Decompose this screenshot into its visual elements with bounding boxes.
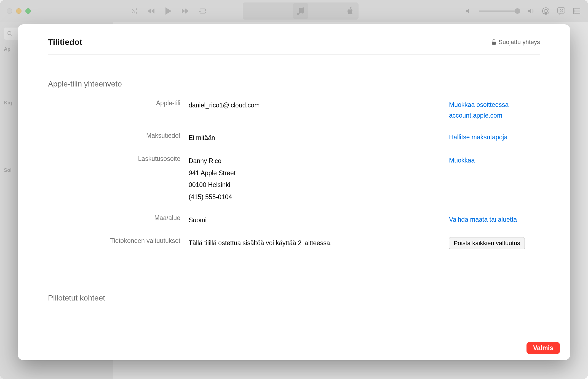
dialog-header: Tilitiedot Suojattu yhteys (48, 37, 540, 55)
lock-icon (491, 39, 496, 45)
change-country-link[interactable]: Vaihda maata tai aluetta (449, 216, 517, 223)
row-authorizations: Tietokoneen valtuutukset Tällä tilillä o… (48, 232, 540, 255)
value-authorizations: Tällä tilillä ostettua sisältöä voi käyt… (189, 237, 441, 249)
value-payment: Ei mitään (189, 132, 441, 144)
deauthorize-all-button[interactable]: Poista kaikkien valtuutus (449, 237, 525, 249)
label-apple-id: Apple-tili (48, 99, 180, 107)
account-info-dialog: Tilitiedot Suojattu yhteys Apple-tilin y… (18, 24, 570, 360)
label-billing: Laskutusosoite (48, 155, 180, 163)
done-button[interactable]: Valmis (526, 342, 560, 354)
secure-label: Suojattu yhteys (499, 39, 540, 46)
edit-apple-id-link[interactable]: Muokkaa osoitteessa account.apple.com (449, 99, 540, 121)
section-divider (48, 277, 540, 277)
label-country: Maa/alue (48, 214, 180, 222)
dialog-title: Tilitiedot (48, 37, 82, 47)
section-heading-hidden: Piilotetut kohteet (48, 294, 540, 302)
svg-rect-12 (492, 42, 496, 45)
secure-connection-indicator: Suojattu yhteys (491, 39, 540, 46)
label-authorizations: Tietokoneen valtuutukset (48, 237, 180, 245)
edit-billing-link[interactable]: Muokkaa (449, 157, 475, 164)
row-payment: Maksutiedot Ei mitään Hallitse maksutapo… (48, 126, 540, 150)
label-payment: Maksutiedot (48, 132, 180, 139)
manage-payment-link[interactable]: Hallitse maksutapoja (449, 134, 507, 141)
section-heading-summary: Apple-tilin yhteenveto (48, 80, 540, 88)
dialog-footer: Valmis (18, 335, 570, 360)
value-billing: Danny Rico 941 Apple Street 00100 Helsin… (189, 155, 441, 203)
row-billing: Laskutusosoite Danny Rico 941 Apple Stre… (48, 150, 540, 209)
row-apple-id: Apple-tili daniel_rico1@icloud.com Muokk… (48, 94, 540, 126)
value-country: Suomi (189, 214, 441, 226)
row-country: Maa/alue Suomi Vaihda maata tai aluetta (48, 209, 540, 232)
value-apple-id: daniel_rico1@icloud.com (189, 99, 441, 112)
